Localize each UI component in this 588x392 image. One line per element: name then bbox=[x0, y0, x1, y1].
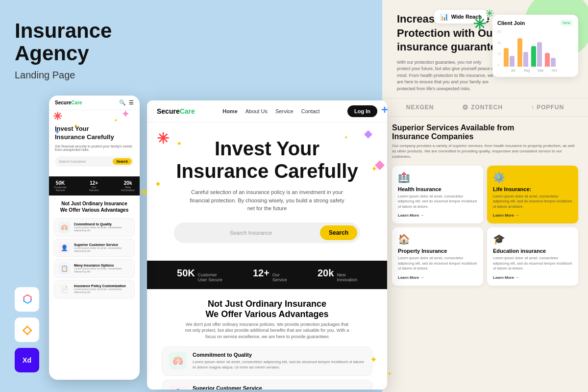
education-title: Education insurance bbox=[493, 248, 572, 254]
desktop-stat-2: 12+ OurService bbox=[253, 268, 287, 282]
services-desc: Our company provides a variety of superi… bbox=[392, 143, 578, 160]
chart-bars: 60 40 20 0 bbox=[497, 30, 573, 67]
deco-sparkle-left: ✦ bbox=[140, 186, 148, 199]
health-desc: Lorem ipsum dolor sit amet, consectetur … bbox=[398, 194, 477, 210]
deco-sparkle-bottom-left-2: ✦ bbox=[387, 370, 392, 377]
mobile-hero-title: Invest YourInsurance Carefully bbox=[55, 125, 134, 142]
desktop-search-bar: Search Insurance Search bbox=[174, 222, 360, 243]
x-label-jul: Jul bbox=[507, 69, 519, 72]
mobile-search-bar: Search Insurance Search bbox=[55, 156, 134, 167]
desktop-stat-1: 50K CustomerUser Secure bbox=[177, 268, 222, 282]
services-grid: 🏥 Health Insurance Lorem ipsum dolor sit… bbox=[392, 166, 578, 286]
life-title: Life Insurance: bbox=[493, 186, 572, 192]
menu-icon[interactable]: ☰ bbox=[129, 99, 134, 106]
mobile-feature-text-2: Superior Customer Service Lorem ipsum do… bbox=[74, 243, 130, 252]
top-right-desc: With our protection guarantee, you not o… bbox=[397, 59, 495, 93]
desktop-search-button[interactable]: Search bbox=[320, 225, 357, 240]
x-label-aug: Aug bbox=[521, 69, 533, 72]
sketch-icon[interactable]: ◇ bbox=[15, 318, 39, 342]
deco-sparkle-desktop-1: ✦ bbox=[176, 140, 182, 147]
property-icon: 🏠 bbox=[398, 233, 477, 245]
health-icon: 🏥 bbox=[398, 172, 477, 183]
services-section: Superior Services Available fromInsuranc… bbox=[382, 117, 588, 291]
mobile-nav-icons: 🔍 ☰ bbox=[119, 99, 134, 106]
x-label-sep: Sep bbox=[535, 69, 546, 72]
education-link[interactable]: Learn More → bbox=[493, 275, 572, 280]
mobile-logo: SecureCare bbox=[55, 100, 82, 105]
bar-jul-2 bbox=[510, 56, 514, 67]
desktop-feature-body-1: Commitment to Quality Lorem ipsum dolor … bbox=[193, 352, 365, 370]
nav-about[interactable]: About Us bbox=[245, 108, 268, 114]
bar-group-sep bbox=[531, 42, 542, 67]
chart-x-labels: Jul Aug Sep Oct bbox=[507, 69, 573, 72]
chart-title: Client Join bbox=[497, 20, 525, 26]
mobile-hero-sub: Get financial security to protect your f… bbox=[55, 145, 134, 151]
mobile-feature-text-1: Commitment to Quality Lorem ipsum dolor … bbox=[74, 222, 130, 232]
bar-oct-1 bbox=[545, 53, 550, 67]
property-desc: Lorem ipsum dolor sit amet, consectetur … bbox=[398, 256, 477, 271]
mobile-feature-text-3: Many Insurance Options Lorem ipsum dolor… bbox=[74, 264, 130, 273]
desktop-feature-icon-1: 🫁 bbox=[169, 352, 187, 369]
bar-oct-2 bbox=[551, 58, 556, 67]
page-subtitle: Landing Page bbox=[15, 70, 132, 81]
mobile-search-placeholder[interactable]: Search Insurance bbox=[59, 160, 113, 163]
service-health: 🏥 Health Insurance Lorem ipsum dolor sit… bbox=[392, 166, 483, 224]
education-desc: Lorem ipsum dolor sit amet, consectetur … bbox=[493, 256, 572, 271]
desktop-hero-sub: Careful selection of an insurance policy… bbox=[189, 188, 345, 213]
deco-asterisk-green: ✳ bbox=[473, 15, 486, 33]
desktop-stats: 50K CustomerUser Secure 12+ OurService 2… bbox=[147, 261, 387, 289]
deco-asterisk-desktop: ✳ bbox=[157, 130, 169, 147]
mobile-mockup: SecureCare 🔍 ☰ ✳ ✦ ✦ ✦ + Invest YourInsu… bbox=[49, 96, 140, 380]
health-title: Health Insurance bbox=[398, 186, 477, 192]
mobile-feature-icon-4: 📄 bbox=[58, 283, 70, 295]
desktop-feature-body-2: Superior Customer Service Lorem ipsum do… bbox=[193, 385, 365, 390]
mobile-feature-icon-1: 🫁 bbox=[58, 221, 70, 233]
desktop-search-placeholder[interactable]: Search Insurance bbox=[182, 230, 320, 236]
figma-icon[interactable]: ⬡ bbox=[15, 287, 39, 312]
deco-sparkle-bottom-left: ✦ bbox=[370, 354, 377, 365]
search-icon[interactable]: 🔍 bbox=[119, 99, 126, 106]
nav-service[interactable]: Service bbox=[275, 108, 294, 114]
login-button[interactable]: Log In bbox=[347, 105, 377, 117]
deco-sparkle-desktop-2: ✦ bbox=[344, 135, 348, 140]
health-link[interactable]: Learn More → bbox=[398, 213, 477, 218]
mobile-search-button[interactable]: Search bbox=[113, 158, 132, 165]
mobile-feature-4: 📄 Insurance Policy Customization Lorem i… bbox=[54, 280, 135, 298]
nav-home[interactable]: Home bbox=[222, 108, 238, 114]
chart-bar-groups bbox=[504, 38, 573, 67]
desktop-mockup: SecureCare Home About Us Service Contact… bbox=[147, 100, 387, 390]
page-title: Insurance Agency bbox=[15, 20, 132, 65]
mobile-feature-text-4: Insurance Policy Customization Lorem ips… bbox=[74, 284, 130, 294]
deco-sparkle-right: ◆ bbox=[375, 157, 385, 172]
desktop-hero-title: Invest YourInsurance Carefully bbox=[167, 137, 368, 182]
mobile-feature-3: 📋 Many Insurance Options Lorem ipsum dol… bbox=[54, 259, 135, 278]
property-title: Property Insurance bbox=[398, 248, 477, 254]
tool-icons: ⬡ ◇ Xd bbox=[15, 287, 39, 372]
nav-contact[interactable]: Contact bbox=[301, 108, 320, 114]
mobile-stat-2: 12+ OurService bbox=[89, 180, 99, 192]
top-right-card: ✳ ✳ 📊 Wide Reach Increase Your Life Prot… bbox=[382, 0, 588, 98]
mobile-feature-icon-2: 👤 bbox=[58, 242, 70, 254]
desktop-advantages-sub: We don't just offer ordinary insurance p… bbox=[184, 321, 350, 340]
mobile-feature-icon-3: 📋 bbox=[58, 263, 70, 274]
desktop-nav-links: Home About Us Service Contact bbox=[222, 108, 319, 114]
mobile-stat-3: 20k NewInnovation bbox=[121, 180, 135, 192]
desktop-nav: SecureCare Home About Us Service Contact… bbox=[147, 100, 387, 122]
bar-group-oct bbox=[545, 53, 556, 67]
desktop-advantages: Not Just Ordinary InsuranceWe Offer Vari… bbox=[147, 289, 387, 390]
property-link[interactable]: Learn More → bbox=[398, 275, 477, 280]
desktop-stat-3: 20k NewInnovation bbox=[318, 268, 357, 282]
logo-nexgen: NEXGEN bbox=[406, 104, 434, 111]
desktop-feature-icon-2: 👤 bbox=[169, 385, 187, 390]
desktop-hero: Invest YourInsurance Carefully Careful s… bbox=[147, 122, 387, 253]
xd-icon[interactable]: Xd bbox=[15, 348, 39, 372]
bar-aug-1 bbox=[517, 38, 522, 67]
life-link[interactable]: Learn More → bbox=[493, 213, 572, 218]
life-desc: Lorem ipsum dolor sit amet, consectetur … bbox=[493, 194, 572, 210]
logo-popfun: ↑ POPFUN bbox=[531, 104, 564, 111]
bar-jul-1 bbox=[504, 48, 509, 67]
desktop-logo: SecureCare bbox=[157, 107, 195, 115]
mobile-feature-2: 👤 Superior Customer Service Lorem ipsum … bbox=[54, 239, 135, 257]
desktop-advantages-title: Not Just Ordinary InsuranceWe Offer Vari… bbox=[162, 299, 372, 319]
service-property: 🏠 Property Insurance Lorem ipsum dolor s… bbox=[392, 227, 483, 286]
